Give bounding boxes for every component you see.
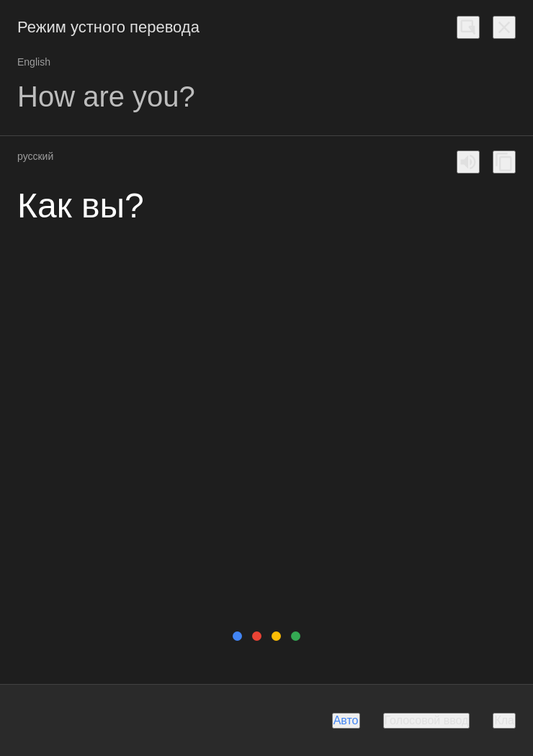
target-header: русский (17, 150, 516, 174)
target-icons (457, 150, 516, 174)
source-panel: English How are you? (0, 52, 533, 135)
speaker-icon (458, 152, 478, 172)
auto-button[interactable]: Авто (332, 713, 360, 729)
target-language-label: русский (17, 150, 53, 162)
speak-button[interactable] (457, 150, 480, 174)
dot-yellow (272, 631, 281, 641)
source-text: How are you? (17, 79, 516, 114)
copy-button[interactable] (493, 150, 516, 174)
source-language-label: English (17, 56, 516, 68)
header-icons (457, 16, 516, 39)
pin-to-screen-button[interactable] (457, 16, 480, 39)
page-title: Режим устного перевода (17, 18, 200, 37)
target-panel: русский Как вы? (0, 136, 533, 248)
copy-icon (494, 152, 514, 172)
dot-blue (233, 631, 242, 641)
dot-red (252, 631, 261, 641)
header: Режим устного перевода (0, 0, 533, 52)
close-button[interactable] (493, 16, 516, 39)
dot-green (291, 631, 300, 641)
voice-input-button[interactable]: Голосовой ввод (383, 713, 470, 729)
close-icon (494, 17, 514, 37)
google-dots (233, 631, 300, 641)
bottom-bar: Авто Голосовой ввод Кла (0, 684, 533, 756)
keyboard-button[interactable]: Кла (493, 713, 516, 729)
target-text: Как вы? (17, 185, 516, 227)
pin-icon (458, 17, 478, 37)
